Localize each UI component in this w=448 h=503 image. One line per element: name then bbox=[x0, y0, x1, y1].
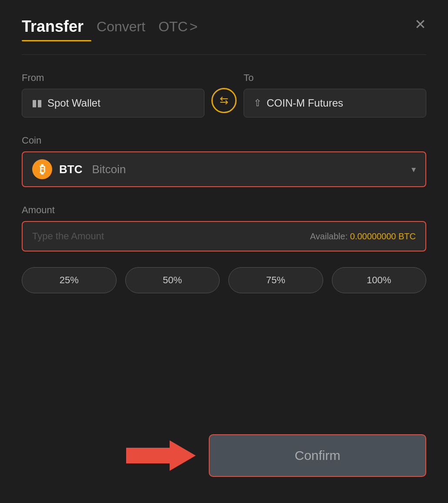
from-wallet-selector[interactable]: ▮▮ Spot Wallet bbox=[22, 89, 204, 117]
amount-label: Amount bbox=[22, 205, 55, 215]
btc-icon: ₿ bbox=[32, 159, 52, 179]
from-to-section: From ▮▮ Spot Wallet ⇆ To ⇧ COIN-M Future… bbox=[22, 72, 426, 117]
coin-section: Coin ₿ BTC Bitcoin ▾ bbox=[22, 135, 426, 187]
tab-transfer[interactable]: Transfer bbox=[22, 17, 84, 36]
percent-75-button[interactable]: 75% bbox=[228, 267, 323, 293]
available-value: 0.00000000 BTC bbox=[350, 231, 416, 241]
to-wallet-selector[interactable]: ⇧ COIN-M Futures bbox=[244, 89, 426, 117]
futures-icon: ⇧ bbox=[254, 97, 261, 109]
coin-label: Coin bbox=[22, 135, 41, 146]
modal-header: Transfer Convert OTC > ✕ bbox=[22, 17, 426, 36]
percent-50-button[interactable]: 50% bbox=[125, 267, 220, 293]
amount-input-box[interactable]: Type the Amount Available: 0.00000000 BT… bbox=[22, 221, 426, 252]
coin-full-name: Bitcoin bbox=[92, 163, 126, 176]
tab-convert[interactable]: Convert bbox=[97, 19, 145, 35]
wallet-card-icon: ▮▮ bbox=[32, 97, 42, 109]
from-wallet-name: Spot Wallet bbox=[47, 97, 100, 109]
modal-container: Transfer Convert OTC > ✕ From ▮▮ Spot Wa… bbox=[0, 0, 448, 503]
percent-25-button[interactable]: 25% bbox=[22, 267, 117, 293]
percent-buttons: 25% 50% 75% 100% bbox=[22, 267, 426, 293]
coin-name: BTC bbox=[59, 163, 82, 176]
available-text: Available: 0.00000000 BTC bbox=[310, 231, 416, 241]
tab-underline bbox=[22, 40, 91, 41]
arrow-indicator bbox=[126, 436, 196, 475]
close-button[interactable]: ✕ bbox=[415, 17, 426, 31]
swap-button[interactable]: ⇆ bbox=[211, 88, 237, 113]
arrow-svg bbox=[126, 436, 196, 475]
header-divider bbox=[22, 54, 426, 55]
otc-chevron-icon: > bbox=[190, 19, 198, 35]
coin-chevron-icon: ▾ bbox=[411, 164, 416, 174]
amount-placeholder: Type the Amount bbox=[32, 231, 104, 242]
coin-selector[interactable]: ₿ BTC Bitcoin ▾ bbox=[22, 151, 426, 187]
percent-100-button[interactable]: 100% bbox=[332, 267, 427, 293]
to-label: To bbox=[244, 72, 426, 84]
to-wallet-name: COIN-M Futures bbox=[267, 97, 343, 109]
svg-marker-0 bbox=[126, 440, 196, 471]
bottom-area: Confirm bbox=[22, 434, 426, 477]
tab-otc[interactable]: OTC > bbox=[158, 19, 197, 35]
amount-section: Amount Type the Amount Available: 0.0000… bbox=[22, 205, 426, 252]
from-label: From bbox=[22, 72, 204, 84]
from-block: From ▮▮ Spot Wallet bbox=[22, 72, 204, 117]
swap-icon: ⇆ bbox=[220, 94, 228, 107]
swap-btn-container: ⇆ bbox=[204, 88, 244, 117]
confirm-button[interactable]: Confirm bbox=[209, 434, 426, 477]
available-label: Available: bbox=[310, 231, 348, 241]
to-block: To ⇧ COIN-M Futures bbox=[244, 72, 426, 117]
